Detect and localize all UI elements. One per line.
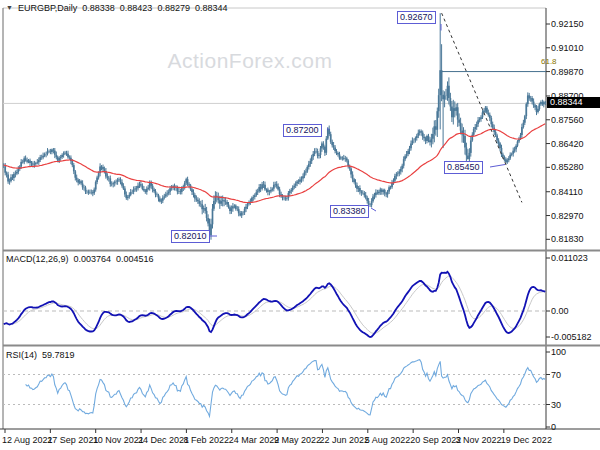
price-label-december-low: 0.85450 xyxy=(444,161,483,174)
rsi-value: 59.7819 xyxy=(42,350,75,360)
price-label-spike-high: 0.92670 xyxy=(397,11,436,24)
low-value: 0.88279 xyxy=(157,3,190,13)
price-label-august-low: 0.83380 xyxy=(330,205,369,218)
macd-header: MACD(12,26,9)0.0037640.004516 xyxy=(6,254,159,264)
macd-title: MACD(12,26,9) xyxy=(6,254,69,264)
candles xyxy=(4,13,546,240)
chart-canvas[interactable] xyxy=(0,0,600,450)
price-label-june-high: 0.87200 xyxy=(283,124,322,137)
symbol-label: EURGBP,Daily xyxy=(18,3,77,13)
fibonacci-level-label: 61.8 xyxy=(541,57,557,66)
macd-value: 0.003764 xyxy=(74,254,112,264)
close-value: 0.88344 xyxy=(195,3,228,13)
open-value: 0.88338 xyxy=(82,3,115,13)
high-value: 0.88423 xyxy=(120,3,153,13)
symbol-header: ▼EURGBP,Daily0.883380.884230.882790.8834… xyxy=(6,3,232,13)
macd-signal-line xyxy=(4,276,546,333)
label-tail xyxy=(490,165,505,168)
rsi-title: RSI(14) xyxy=(6,350,37,360)
chevron-down-icon[interactable]: ▼ xyxy=(6,4,13,11)
macd-line xyxy=(4,272,546,337)
price-label-march-low: 0.82010 xyxy=(171,230,210,243)
current-price-tag: 0.88344 xyxy=(547,97,600,108)
rsi-header: RSI(14)59.7819 xyxy=(6,350,80,360)
label-tail xyxy=(371,208,376,211)
forex-chart-window: ActionForex.com 0.921500.910100.898700.8… xyxy=(0,0,600,450)
macd-signal-value: 0.004516 xyxy=(116,254,154,264)
rsi-line xyxy=(26,360,546,417)
